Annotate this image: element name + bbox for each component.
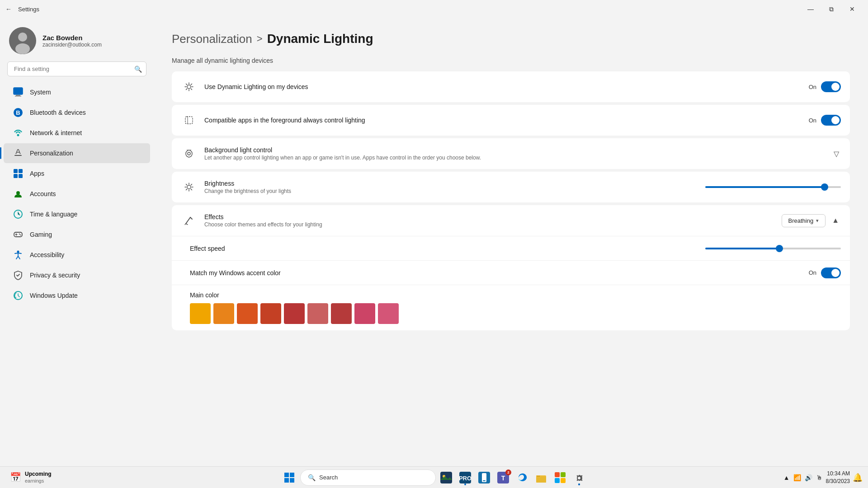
breadcrumb-parent[interactable]: Personalization [172, 32, 252, 46]
taskbar-time[interactable]: 10:34 AM 8/30/2023 [826, 470, 850, 485]
svg-point-1 [18, 33, 27, 42]
upcoming-text: Upcoming earnings [25, 471, 52, 484]
user-info: Zac Bowden zacinsider@outlook.com [42, 34, 102, 48]
maximize-button[interactable]: ⧉ [821, 0, 842, 18]
toggle[interactable] [821, 267, 841, 278]
start-button[interactable] [280, 469, 298, 487]
nav-label-gaming: Gaming [30, 231, 52, 238]
toggle[interactable] [821, 115, 841, 126]
sub-setting-title-main-color: Main color [190, 291, 219, 299]
taskbar-app-edge-pro[interactable]: PRO [457, 469, 474, 486]
color-swatch[interactable] [213, 303, 234, 324]
nav-icon-apps [13, 168, 24, 179]
brightness-slider[interactable] [705, 186, 841, 188]
tray-wifi[interactable]: 📶 [793, 473, 802, 482]
svg-point-15 [16, 191, 20, 195]
taskbar-search[interactable]: 🔍 Search [300, 469, 436, 486]
tray-battery[interactable]: 🖱 [815, 473, 823, 482]
nav-label-time: Time & language [30, 211, 77, 218]
setting-desc-brightness: Change the brightness of your lights [204, 188, 705, 194]
color-swatch[interactable] [354, 303, 375, 324]
system-tray: ▲ 📶 🔊 🖱 [783, 473, 823, 482]
content-area: Personalization > Dynamic Lighting Manag… [154, 18, 868, 466]
notification-icon[interactable]: 🔔 [853, 473, 863, 483]
setting-icon-background-light [181, 145, 197, 162]
effects-expand-button[interactable]: ▲ [830, 215, 841, 226]
color-swatch[interactable] [331, 303, 352, 324]
color-swatch[interactable] [378, 303, 399, 324]
nav-list: System B Bluetooth & devices Network & i… [0, 82, 154, 306]
setting-title-effects: Effects [204, 213, 782, 221]
sidebar-item-personalization[interactable]: Personalization [4, 143, 150, 163]
svg-line-41 [191, 184, 192, 185]
sidebar-item-accessibility[interactable]: Accessibility [4, 245, 150, 265]
nav-label-apps: Apps [30, 170, 44, 177]
search-input[interactable] [7, 61, 146, 76]
close-button[interactable]: ✕ [842, 0, 863, 18]
setting-text-effects: Effects Choose color themes and effects … [204, 213, 782, 228]
title-bar-left: ← Settings [5, 5, 39, 13]
effects-dropdown[interactable]: Breathing ▾ [782, 214, 826, 227]
nav-icon-accessibility [13, 249, 24, 260]
expand-button[interactable]: ▽ [832, 148, 841, 160]
sidebar-item-network[interactable]: Network & internet [4, 123, 150, 143]
sidebar-item-update[interactable]: Windows Update [4, 286, 150, 305]
taskbar-app-edge[interactable] [514, 469, 531, 486]
svg-rect-50 [290, 478, 294, 483]
upcoming-sub: earnings [25, 478, 52, 484]
setting-text-brightness: Brightness Change the brightness of your… [204, 180, 705, 194]
taskbar-app-settings[interactable] [571, 469, 588, 486]
setting-icon-brightness [181, 179, 197, 195]
setting-control-compatible-apps: On [809, 115, 841, 126]
sidebar-item-privacy[interactable]: Privacy & security [4, 265, 150, 285]
color-swatch[interactable] [307, 303, 328, 324]
effect-speed-slider[interactable] [705, 248, 841, 249]
sidebar-item-system[interactable]: System [4, 82, 150, 102]
svg-rect-10 [14, 155, 22, 156]
color-swatch[interactable] [284, 303, 305, 324]
svg-rect-13 [14, 174, 18, 178]
minimize-button[interactable]: — [800, 0, 821, 18]
sidebar-item-bluetooth[interactable]: B Bluetooth & devices [4, 103, 150, 122]
svg-point-2 [15, 43, 30, 54]
svg-line-30 [186, 89, 187, 89]
slider-container [705, 186, 841, 188]
sidebar-item-gaming[interactable]: Gaming [4, 225, 150, 244]
search-button[interactable]: 🔍 [134, 66, 142, 73]
window-title: Settings [18, 6, 39, 13]
taskbar-date-value: 8/30/2023 [826, 478, 850, 485]
upcoming-widget[interactable]: 📅 Upcoming earnings [5, 469, 56, 486]
taskbar-app-phone[interactable] [476, 469, 493, 486]
color-swatch[interactable] [190, 303, 211, 324]
tray-chevron[interactable]: ▲ [783, 473, 791, 482]
tray-speaker[interactable]: 🔊 [804, 473, 813, 482]
svg-text:T: T [501, 474, 505, 482]
nav-icon-personalization [13, 148, 24, 159]
color-swatch[interactable] [260, 303, 281, 324]
back-icon[interactable]: ← [5, 5, 12, 13]
toggle[interactable] [821, 81, 841, 92]
sidebar-item-apps[interactable]: Apps [4, 164, 150, 183]
taskbar-app-explorer[interactable] [533, 469, 550, 486]
sub-setting-title-effect-speed: Effect speed [190, 245, 705, 252]
svg-line-43 [186, 217, 190, 224]
taskbar-app-store[interactable] [552, 469, 569, 486]
svg-rect-5 [16, 95, 20, 96]
setting-text-background-light: Background light control Let another app… [204, 146, 832, 161]
nav-icon-bluetooth: B [13, 107, 24, 118]
sidebar-item-accounts[interactable]: Accounts [4, 184, 150, 204]
upcoming-title: Upcoming [25, 471, 52, 478]
color-swatch[interactable] [237, 303, 258, 324]
svg-rect-31 [185, 117, 193, 124]
user-profile[interactable]: Zac Bowden zacinsider@outlook.com [0, 18, 154, 61]
sub-setting-row-main-color: Main color [172, 285, 850, 330]
taskbar-app-wallpaper[interactable] [438, 469, 455, 486]
nav-label-accessibility: Accessibility [30, 251, 64, 258]
svg-rect-49 [284, 478, 289, 483]
toggle-label: On [809, 117, 816, 124]
section-subtitle: Manage all dynamic lighting devices [172, 57, 850, 64]
taskbar-app-teams[interactable]: T 2 [495, 469, 512, 486]
taskbar: 📅 Upcoming earnings 🔍 Search [0, 466, 868, 488]
svg-rect-68 [555, 472, 560, 477]
sidebar-item-time[interactable]: Time & language [4, 204, 150, 224]
